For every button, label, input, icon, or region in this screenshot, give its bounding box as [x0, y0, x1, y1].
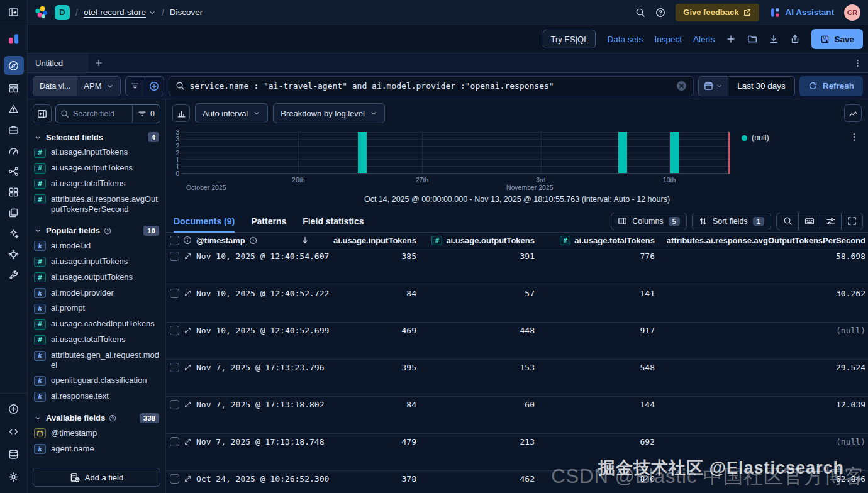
field-item[interactable]: # ai.usage.inputTokens — [33, 145, 160, 160]
column-header-ai.usage.outputTokens[interactable]: # ai.usage.outputTokens — [428, 235, 548, 245]
expand-document-icon[interactable] — [184, 438, 192, 446]
tab-options-button[interactable] — [847, 53, 868, 72]
sort-desc-icon[interactable] — [301, 236, 309, 245]
data-view-select[interactable]: APM — [77, 77, 120, 96]
save-button[interactable]: Save — [811, 29, 863, 49]
field-search-input[interactable] — [73, 109, 128, 118]
alerts-link[interactable]: Alerts — [693, 35, 715, 44]
rail-item-alerts[interactable] — [4, 101, 24, 116]
row-checkbox[interactable] — [170, 363, 179, 372]
date-picker-calendar-button[interactable] — [699, 77, 728, 96]
histogram-plot[interactable] — [182, 132, 729, 174]
field-item[interactable]: # ai.usage.cachedInputTokens — [33, 316, 160, 332]
new-session-icon[interactable] — [726, 34, 736, 44]
field-item[interactable]: k ai.model.provider — [33, 285, 160, 301]
rail-item-infrastructure[interactable] — [4, 205, 24, 220]
download-icon[interactable] — [769, 34, 779, 44]
keyboard-shortcuts-button[interactable] — [798, 213, 820, 230]
field-item[interactable]: k attributes.gen_ai.request.model — [33, 348, 160, 373]
query-input[interactable] — [190, 81, 672, 91]
rail-item-cases[interactable] — [4, 122, 24, 137]
info-icon[interactable] — [183, 236, 192, 245]
sort-fields-button[interactable]: Sort fields 1 — [692, 213, 771, 230]
fullscreen-button[interactable] — [841, 213, 862, 230]
rail-item-add-data[interactable] — [4, 401, 24, 416]
column-header-ai.usage.totalTokens[interactable]: # ai.usage.totalTokens — [548, 235, 667, 245]
inspect-link[interactable]: Inspect — [654, 35, 682, 44]
histogram-bar[interactable] — [670, 132, 679, 173]
saved-query-button[interactable] — [126, 77, 145, 96]
share-icon[interactable] — [790, 34, 800, 44]
rail-item-settings[interactable] — [4, 469, 24, 484]
section-header-popular-fields[interactable]: Popular fields 10 — [34, 226, 159, 236]
column-header-timestamp[interactable]: @timestamp — [196, 236, 331, 245]
field-item[interactable]: # ai.usage.outputTokens — [33, 160, 160, 176]
open-session-icon[interactable] — [747, 34, 757, 44]
field-item[interactable]: # ai.usage.inputTokens — [33, 254, 160, 270]
breakdown-select[interactable]: Breakdown by log.level — [273, 103, 385, 123]
field-item[interactable]: k ai.prompt — [33, 301, 160, 316]
rail-item-synthetics[interactable] — [4, 246, 24, 262]
histogram-bar[interactable] — [618, 132, 627, 173]
field-item[interactable]: k agent.name — [33, 441, 160, 457]
rail-item-console[interactable] — [4, 424, 24, 439]
select-all-checkbox[interactable] — [170, 236, 179, 245]
rail-item-service-map[interactable] — [4, 163, 24, 179]
column-header-attributes.ai.response.avgOutputTokensPerSecond[interactable]: # attributes.ai.response.avgOutputTokens… — [667, 235, 868, 245]
chart-legend[interactable]: (null) — [742, 133, 769, 142]
results-tab-documents-[interactable]: Documents (9) — [174, 210, 235, 232]
legend-menu-icon[interactable] — [849, 132, 859, 142]
clear-query-icon[interactable] — [676, 80, 687, 91]
global-search-icon[interactable] — [635, 8, 645, 18]
row-checkbox[interactable] — [170, 252, 179, 261]
give-feedback-button[interactable]: Give feedback — [676, 4, 759, 21]
field-item[interactable]: # attributes.ai.response.avgOutputTokens… — [33, 192, 160, 217]
avatar[interactable]: CR — [844, 4, 860, 21]
results-tab-field-statistics[interactable]: Field statistics — [303, 210, 364, 232]
expand-document-icon[interactable] — [184, 252, 192, 260]
rail-item-stack-management-data[interactable] — [4, 446, 24, 462]
field-item[interactable]: k ai.model.id — [33, 238, 160, 254]
edit-visualization-button[interactable] — [172, 104, 190, 122]
refresh-button[interactable]: Refresh — [799, 76, 863, 96]
rail-item-inventory[interactable] — [4, 184, 24, 199]
add-filter-button[interactable] — [145, 77, 164, 96]
expand-document-icon[interactable] — [184, 475, 192, 483]
section-header-available-fields[interactable]: Available fields 338 — [34, 413, 159, 423]
tab-untitled[interactable]: Untitled — [28, 53, 88, 72]
rail-item-ai-assistant-app[interactable] — [4, 226, 24, 241]
add-tab-button[interactable] — [88, 53, 109, 72]
row-checkbox[interactable] — [170, 474, 179, 484]
field-item[interactable]: k ai.response.text — [33, 389, 160, 404]
elastic-logo[interactable] — [34, 5, 49, 20]
observability-logo[interactable] — [4, 30, 24, 48]
columns-button[interactable]: Columns 5 — [611, 213, 687, 230]
interval-select[interactable]: Auto interval — [195, 103, 268, 123]
expand-document-icon[interactable] — [184, 326, 192, 335]
collapse-sidebar-button[interactable] — [33, 104, 52, 123]
expand-document-icon[interactable] — [184, 363, 192, 372]
rail-item-slos[interactable] — [4, 143, 24, 158]
histogram-bar[interactable] — [358, 132, 367, 173]
field-item[interactable]: # ai.usage.outputTokens — [33, 269, 160, 285]
section-header-selected-fields[interactable]: Selected fields 4 — [34, 132, 159, 142]
field-item[interactable]: k openlit.guard.classification — [33, 373, 160, 389]
try-esql-button[interactable]: Try ES|QL — [543, 30, 596, 48]
chart-options-button[interactable] — [844, 104, 862, 122]
rail-item-dashboards[interactable] — [4, 80, 24, 96]
help-icon[interactable] — [655, 8, 665, 18]
row-checkbox[interactable] — [170, 437, 179, 446]
row-checkbox[interactable] — [170, 289, 179, 298]
space-badge[interactable]: D — [55, 5, 70, 20]
grid-search-button[interactable] — [777, 213, 798, 230]
row-checkbox[interactable] — [170, 400, 179, 409]
expand-document-icon[interactable] — [184, 289, 192, 297]
add-field-button[interactable]: Add a field — [33, 468, 160, 487]
ai-assistant-button[interactable]: AI Assistant — [769, 7, 834, 18]
column-header-ai.usage.inputTokens[interactable]: # ai.usage.inputTokens — [331, 235, 428, 245]
expand-nav-button[interactable] — [0, 0, 27, 25]
breadcrumb-deployment[interactable]: otel-record-store — [84, 8, 156, 17]
field-filter-button[interactable]: 0 — [132, 105, 160, 123]
field-item[interactable]: # ai.usage.totalTokens — [33, 176, 160, 192]
time-range-button[interactable]: Last 30 days — [728, 77, 794, 96]
